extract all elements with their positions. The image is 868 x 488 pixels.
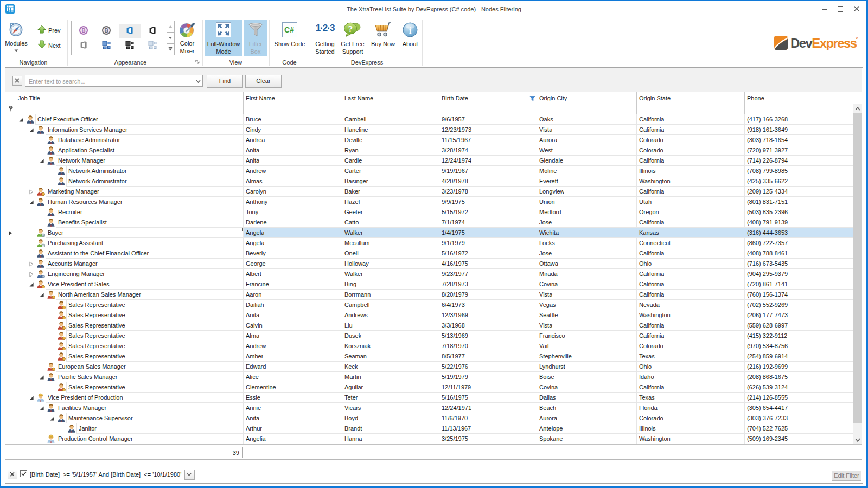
svg-text:?: ?: [348, 24, 353, 34]
svg-text:B: B: [81, 28, 85, 34]
svg-text:C#: C#: [284, 25, 294, 34]
svg-text:i: i: [409, 25, 412, 36]
svg-text:B: B: [104, 28, 108, 34]
